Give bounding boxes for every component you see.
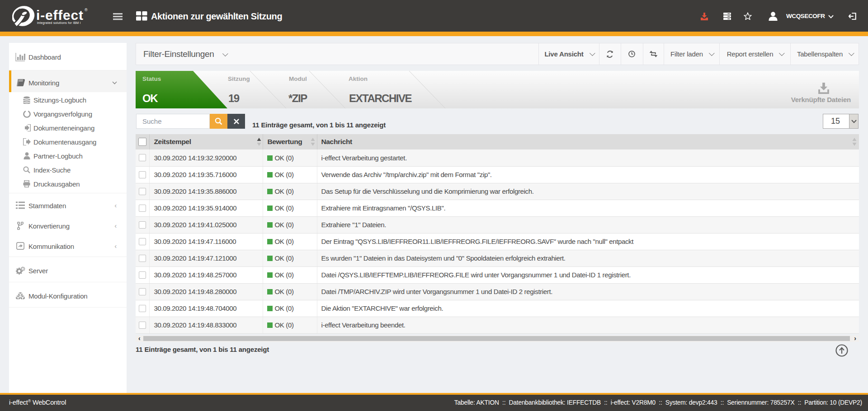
svg-text:®: ®	[85, 8, 88, 12]
svg-text:i-effect: i-effect	[36, 8, 84, 23]
svg-text:integrated solutions for IBM i: integrated solutions for IBM i	[37, 21, 81, 25]
